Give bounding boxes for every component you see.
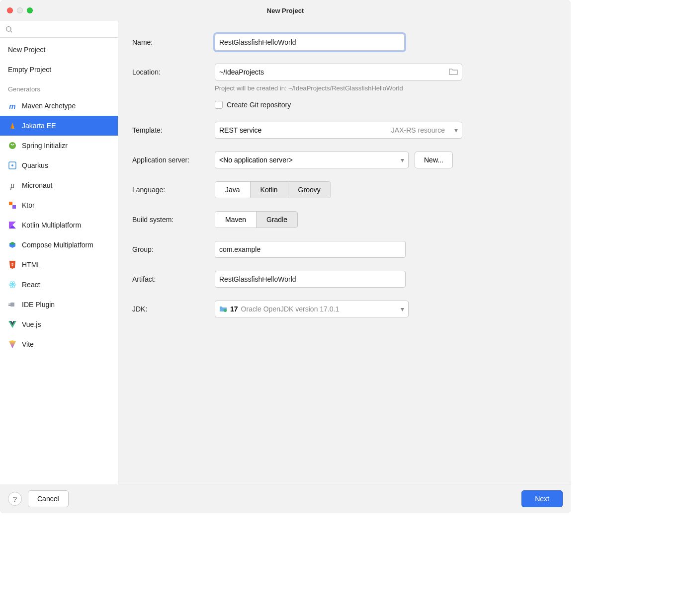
language-kotlin[interactable]: Kotlin (251, 182, 288, 198)
sidebar-item-label: Maven Archetype (22, 102, 76, 110)
git-label: Create Git repository (227, 101, 291, 109)
jdk-dropdown[interactable]: 17 Oracle OpenJDK version 17.0.1 ▾ (215, 301, 409, 317)
template-label: Template: (132, 126, 215, 134)
vue-icon (8, 320, 17, 329)
search-icon (5, 25, 13, 33)
git-checkbox[interactable] (215, 101, 223, 109)
sidebar-item-label: Vite (22, 340, 34, 348)
svg-rect-14 (10, 303, 14, 307)
sidebar-item-label: Compose Multiplatform (22, 241, 93, 249)
language-label: Language: (132, 186, 215, 194)
spring-icon (8, 141, 17, 150)
sidebar-item-label: React (22, 281, 40, 289)
sidebar-item-label: HTML (22, 261, 41, 269)
sidebar-item-new-project[interactable]: New Project (0, 40, 118, 60)
buildsys-maven[interactable]: Maven (215, 212, 256, 228)
sidebar-item-html[interactable]: 5 HTML (0, 255, 118, 275)
svg-point-4 (11, 164, 13, 166)
window-title: New Project (0, 7, 571, 14)
sidebar-search[interactable] (0, 21, 118, 38)
appserver-label: Application server: (132, 156, 215, 164)
form-panel: Name: Location: ~/IdeaProjects Project w… (118, 21, 571, 484)
svg-point-10 (12, 284, 13, 286)
sidebar-item-kotlin-multiplatform[interactable]: Kotlin Multiplatform (0, 215, 118, 235)
svg-point-0 (6, 26, 11, 31)
sidebar-item-label: Jakarta EE (22, 122, 56, 130)
new-appserver-button[interactable]: New... (415, 152, 453, 168)
svg-rect-15 (8, 304, 10, 305)
project-type-list: New Project Empty Project Generators m M… (0, 38, 118, 484)
kotlin-icon (8, 221, 17, 230)
jdk-label: JDK: (132, 305, 215, 313)
micronaut-icon: μ (8, 181, 17, 190)
name-input[interactable] (215, 34, 405, 51)
template-dropdown[interactable]: REST service JAX-RS resource ▾ (215, 122, 462, 139)
chevron-down-icon: ▾ (454, 126, 458, 134)
sidebar-item-label: Empty Project (8, 66, 51, 74)
html-icon: 5 (8, 260, 17, 269)
jdk-version: 17 (230, 305, 238, 313)
svg-rect-16 (8, 305, 10, 306)
chevron-down-icon: ▾ (401, 305, 404, 313)
browse-folder-icon[interactable] (449, 68, 458, 77)
dialog-footer: ? Cancel Next (0, 484, 571, 513)
chevron-down-icon: ▾ (401, 156, 404, 164)
next-button[interactable]: Next (521, 490, 563, 507)
artifact-label: Artifact: (132, 275, 215, 283)
sidebar-item-react[interactable]: React (0, 275, 118, 295)
location-value: ~/IdeaProjects (219, 68, 264, 76)
maven-icon: m (8, 101, 17, 110)
appserver-dropdown[interactable]: <No application server> ▾ (215, 152, 409, 168)
sidebar-item-jakarta-ee[interactable]: Jakarta EE (0, 116, 118, 136)
location-label: Location: (132, 68, 215, 76)
dialog-window: New Project New Project Empty Project Ge… (0, 0, 571, 513)
sidebar-item-maven-archetype[interactable]: m Maven Archetype (0, 96, 118, 116)
jakarta-icon (8, 121, 17, 130)
dialog-body: New Project Empty Project Generators m M… (0, 21, 571, 484)
group-label: Group: (132, 245, 215, 253)
appserver-value: <No application server> (219, 156, 293, 164)
template-right-label: JAX-RS resource (391, 126, 445, 134)
svg-rect-5 (9, 202, 12, 205)
sidebar-item-spring-initializr[interactable]: Spring Initializr (0, 136, 118, 155)
git-checkbox-row[interactable]: Create Git repository (215, 101, 557, 109)
sidebar-item-label: Spring Initializr (22, 142, 68, 150)
sidebar-item-label: Micronaut (22, 181, 52, 189)
titlebar: New Project (0, 0, 571, 21)
language-segmented: Java Kotlin Groovy (215, 181, 331, 198)
sidebar: New Project Empty Project Generators m M… (0, 21, 118, 484)
buildsys-segmented: Maven Gradle (215, 211, 298, 228)
svg-line-1 (10, 31, 12, 32)
sidebar-item-quarkus[interactable]: Quarkus (0, 155, 118, 175)
sidebar-item-label: New Project (8, 46, 45, 54)
quarkus-icon (8, 161, 17, 170)
sidebar-item-ktor[interactable]: Ktor (0, 195, 118, 215)
sidebar-item-vuejs[interactable]: Vue.js (0, 314, 118, 334)
svg-point-2 (9, 142, 16, 149)
name-label: Name: (132, 38, 215, 46)
sidebar-item-compose-multiplatform[interactable]: Compose Multiplatform (0, 235, 118, 255)
sidebar-item-vite[interactable]: Vite (0, 334, 118, 354)
plugin-icon (8, 300, 17, 309)
help-button[interactable]: ? (8, 492, 22, 506)
language-groovy[interactable]: Groovy (288, 182, 331, 198)
sidebar-item-micronaut[interactable]: μ Micronaut (0, 175, 118, 195)
sidebar-item-label: Kotlin Multiplatform (22, 221, 81, 229)
sidebar-item-empty-project[interactable]: Empty Project (0, 60, 118, 79)
sidebar-item-ide-plugin[interactable]: IDE Plugin (0, 295, 118, 314)
cancel-button[interactable]: Cancel (28, 490, 69, 507)
sidebar-item-label: Quarkus (22, 161, 48, 169)
generators-header: Generators (0, 79, 118, 96)
buildsys-label: Build system: (132, 216, 215, 224)
react-icon (8, 280, 17, 289)
language-java[interactable]: Java (215, 182, 251, 198)
buildsys-gradle[interactable]: Gradle (256, 212, 297, 228)
artifact-input[interactable] (215, 271, 406, 288)
jdk-folder-icon (219, 306, 227, 312)
location-hint: Project will be created in: ~/IdeaProjec… (215, 84, 557, 92)
vite-icon (8, 340, 17, 349)
template-value: REST service (219, 126, 261, 134)
group-input[interactable] (215, 241, 406, 258)
sidebar-item-label: IDE Plugin (22, 301, 55, 308)
location-input[interactable]: ~/IdeaProjects (215, 64, 462, 80)
